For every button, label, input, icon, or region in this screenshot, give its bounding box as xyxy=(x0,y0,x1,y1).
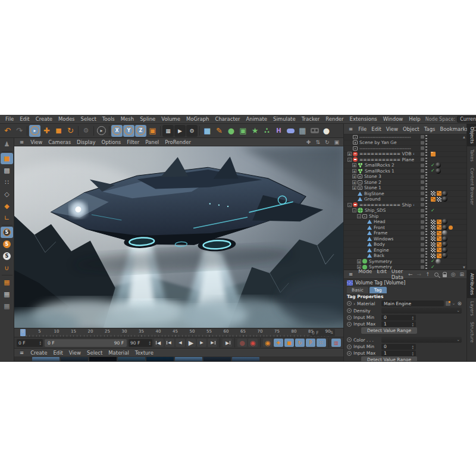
detect-value-range-button[interactable]: Detect Value Range xyxy=(361,327,417,334)
menu-render[interactable]: Render xyxy=(322,116,346,122)
expand-toggle-icon[interactable]: + xyxy=(357,259,361,264)
mat-tag-icon[interactable] xyxy=(442,248,447,253)
checker-tag-icon[interactable] xyxy=(431,248,436,252)
undo-icon[interactable]: ↶ xyxy=(2,125,13,137)
rotate-view-icon[interactable]: ↻ xyxy=(323,139,331,145)
play-button[interactable]: ▶ xyxy=(186,339,196,347)
layer-toggle-icon[interactable] xyxy=(421,180,424,184)
layer-toggle-icon[interactable] xyxy=(421,164,424,167)
spinner-icon[interactable]: ▴▾ xyxy=(39,340,41,345)
input-min-field[interactable]: 0 ▴▾ xyxy=(381,315,416,321)
menu-mesh[interactable]: Mesh xyxy=(118,116,137,122)
mat-tag-icon[interactable] xyxy=(442,253,447,258)
material-thumbnail[interactable] xyxy=(175,357,202,361)
material-thumbnail[interactable] xyxy=(89,357,117,361)
layer-toggle-icon[interactable] xyxy=(421,135,424,139)
color-dropdown[interactable]: ⌄ xyxy=(381,337,462,343)
uv-tag-icon[interactable] xyxy=(437,248,441,252)
expand-toggle-icon[interactable]: - xyxy=(352,208,356,212)
visibility-dots-icon[interactable] xyxy=(425,253,427,258)
visibility-dots-icon[interactable] xyxy=(425,214,427,219)
object-menu-edit[interactable]: Edit xyxy=(369,126,383,132)
object-row--[interactable]: -------------------------------- xyxy=(344,146,466,152)
object-menu-file[interactable]: File xyxy=(356,126,369,132)
object-row-ground[interactable]: Ground xyxy=(344,197,466,203)
next-frame-button[interactable]: ▶ xyxy=(197,339,206,347)
mat-tag-icon[interactable] xyxy=(442,219,447,224)
menu-mograph[interactable]: MoGraph xyxy=(183,116,212,122)
visibility-dots-icon[interactable] xyxy=(425,180,427,185)
object-row-smallrocks-1[interactable]: +SmallRocks 1✓ xyxy=(344,168,466,174)
mat-tag-icon[interactable] xyxy=(442,236,447,242)
render-view-icon[interactable]: ▦ xyxy=(162,125,174,137)
object-row-symmetry[interactable]: +Symmetry✓ xyxy=(344,265,466,270)
expand-toggle-icon[interactable]: + xyxy=(352,180,356,184)
object-row-frame[interactable]: Frame xyxy=(344,231,466,237)
layer-toggle-icon[interactable] xyxy=(421,243,424,246)
menu-simulate[interactable]: Simulate xyxy=(270,116,299,122)
visibility-toggles[interactable] xyxy=(421,180,427,185)
mat-tag-icon[interactable] xyxy=(442,196,447,202)
matgray-tag-icon[interactable] xyxy=(436,259,441,264)
animation-knob-icon[interactable] xyxy=(347,337,352,342)
volume-icon[interactable] xyxy=(285,125,296,137)
chevron-down-icon[interactable]: ⌄ xyxy=(452,301,456,306)
uv-tag-icon[interactable] xyxy=(437,236,441,241)
uv-tag-icon[interactable] xyxy=(437,231,441,236)
visibility-dots-icon[interactable] xyxy=(425,219,427,224)
menu-extensions[interactable]: Extensions xyxy=(347,116,380,122)
material-menu-edit[interactable]: Edit xyxy=(50,350,65,356)
attribute-menu-mode[interactable]: Mode xyxy=(356,268,374,280)
material-field[interactable]: Main Engine xyxy=(381,300,444,306)
animation-knob-icon[interactable] xyxy=(347,308,352,313)
prev-frame-button[interactable]: ◀ xyxy=(176,339,185,347)
selection-tool-icon[interactable]: ▸ xyxy=(96,125,107,137)
object-row-windows[interactable]: Windows xyxy=(344,236,466,242)
density-dropdown[interactable]: ⌄ xyxy=(381,308,462,314)
checker-tag-icon[interactable] xyxy=(431,231,436,236)
check-tag-icon[interactable]: ✓ xyxy=(431,265,435,270)
layer-toggle-icon[interactable] xyxy=(421,248,424,252)
mat-tag-icon[interactable] xyxy=(442,225,447,230)
checker-tag-icon[interactable] xyxy=(431,236,436,241)
layer-toggle-icon[interactable] xyxy=(421,220,424,224)
forward-icon[interactable]: → xyxy=(416,271,423,277)
pen-spline-icon[interactable]: ✎ xyxy=(214,125,225,137)
visibility-dots-icon[interactable] xyxy=(425,174,427,179)
visibility-dots-icon[interactable] xyxy=(425,248,427,253)
axis-mode-icon[interactable]: ∟ xyxy=(1,212,13,224)
animation-knob-icon[interactable] xyxy=(347,322,352,327)
expand-toggle-icon[interactable]: + xyxy=(357,265,361,269)
check-tag-icon[interactable]: ✓ xyxy=(431,208,435,213)
record-button[interactable]: ● xyxy=(237,339,247,347)
object-row-front[interactable]: Front xyxy=(344,225,466,231)
layer-toggle-icon[interactable] xyxy=(421,203,424,206)
viewport-menu-prorender[interactable]: ProRender xyxy=(162,139,194,145)
visibility-toggles[interactable] xyxy=(421,230,427,236)
snap-3d-icon[interactable]: S xyxy=(1,239,13,250)
remove-icon[interactable]: ⊗ xyxy=(457,301,462,306)
material-flag-icon[interactable] xyxy=(446,301,450,306)
object-row-scene-by-yan-ge[interactable]: Scene by Yan Ge xyxy=(344,140,466,146)
mograph-icon[interactable]: ∴ xyxy=(261,125,273,137)
key-scale-button[interactable]: ■ xyxy=(284,339,294,347)
uv-tag-icon[interactable] xyxy=(437,191,441,196)
visibility-toggles[interactable] xyxy=(421,214,427,219)
edge-tab-structure[interactable]: Structure xyxy=(467,319,476,346)
animation-knob-icon[interactable] xyxy=(347,301,352,306)
visibility-toggles[interactable] xyxy=(421,202,427,208)
scale-tool-icon[interactable]: ■ xyxy=(53,125,64,137)
visibility-toggles[interactable] xyxy=(421,259,427,264)
layer-toggle-icon[interactable] xyxy=(421,152,424,156)
magnet-icon[interactable]: ∪ xyxy=(1,262,13,274)
visibility-toggles[interactable] xyxy=(421,151,427,156)
expand-toggle-icon[interactable]: + xyxy=(352,169,356,173)
mat-tag-icon[interactable] xyxy=(436,168,441,174)
object-menu-object[interactable]: Object xyxy=(400,126,422,132)
layer-toggle-icon[interactable] xyxy=(421,146,424,150)
key-position-button[interactable]: ✚ xyxy=(274,339,283,347)
object-row-bigstone[interactable]: BigStone xyxy=(344,191,466,197)
layer-toggle-icon[interactable] xyxy=(421,141,424,145)
snap-2d-icon[interactable]: S xyxy=(1,250,13,262)
input-max2-field[interactable]: 1 ▴▾ xyxy=(381,350,416,356)
